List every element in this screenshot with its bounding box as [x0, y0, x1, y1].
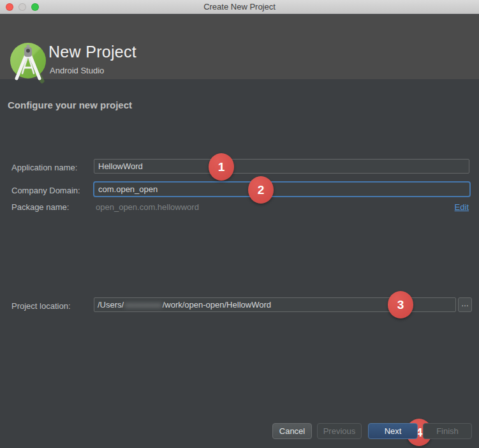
package-name-value: open_open.com.hellowword — [96, 202, 199, 212]
android-studio-compass-icon — [9, 41, 47, 86]
browse-button[interactable]: … — [458, 297, 472, 312]
window-title: Create New Project — [0, 0, 479, 14]
finish-button: Finish — [423, 423, 472, 439]
step-badge-3: 3 — [388, 291, 413, 318]
section-title: Configure your new project — [8, 100, 132, 110]
application-name-input[interactable] — [94, 159, 469, 174]
step-badge-2: 2 — [248, 176, 274, 204]
cancel-button[interactable]: Cancel — [272, 423, 312, 439]
wizard-subtitle: Android Studio — [50, 66, 104, 75]
application-name-label: Application name: — [11, 163, 77, 172]
create-new-project-dialog: Create New Project — [0, 0, 479, 448]
path-redacted-username: xxxxxxxxx — [124, 300, 162, 310]
project-location-label: Project location: — [11, 301, 71, 311]
previous-button: Previous — [317, 423, 362, 439]
next-button[interactable]: Next — [368, 423, 418, 439]
wizard-header: New Project Android Studio — [0, 15, 479, 79]
company-domain-input[interactable] — [93, 181, 471, 197]
step-badge-1: 1 — [209, 153, 234, 181]
titlebar[interactable]: Create New Project — [0, 0, 479, 14]
wizard-title: New Project — [48, 43, 136, 61]
path-suffix: /work/open-open/HellowWord — [163, 300, 271, 310]
path-prefix: /Users/ — [98, 300, 124, 310]
package-name-label: Package name: — [11, 202, 69, 212]
edit-package-link[interactable]: Edit — [455, 202, 469, 212]
company-domain-label: Company Domain: — [11, 186, 80, 195]
